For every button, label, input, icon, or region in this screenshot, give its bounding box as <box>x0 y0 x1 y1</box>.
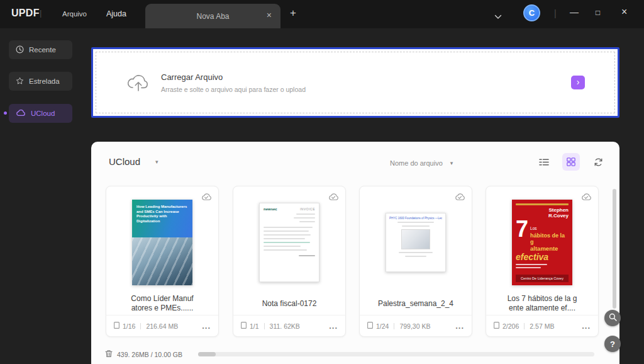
file-card-footer: 1/16 216.64 MB ... <box>106 315 218 336</box>
search-button[interactable] <box>604 310 621 326</box>
file-title: Los 7 hábitos de la gente altamente ef..… <box>491 292 593 315</box>
more-options-button[interactable]: ... <box>455 324 464 327</box>
file-card-manufacturing[interactable]: How Leading Manufacturers and SMEs Can I… <box>106 186 219 337</box>
file-card-footer: 1/24 799,30 KB ... <box>360 315 472 336</box>
upload-next-button[interactable]: › <box>571 76 585 89</box>
list-view-button[interactable] <box>535 153 553 171</box>
vertical-scrollbar[interactable] <box>613 189 616 309</box>
sidebar-item-ucloud[interactable]: UCloud <box>9 104 72 123</box>
file-card-seven-habits[interactable]: Stephen R.Covey 7 Los hábitos de la g al… <box>486 186 599 337</box>
refresh-button[interactable] <box>589 153 607 171</box>
grid-view-button[interactable] <box>562 153 580 171</box>
clock-icon <box>16 45 24 55</box>
star-icon <box>16 77 24 86</box>
storage-icon <box>105 350 113 359</box>
cover-accent-bar <box>516 203 569 205</box>
source-dropdown[interactable]: UCloud ▾ <box>109 156 158 167</box>
avatar[interactable]: C <box>523 4 540 21</box>
thumbnail: Stephen R.Covey 7 Los hábitos de la g al… <box>486 195 598 290</box>
sort-label: Nome do arquivo <box>390 159 443 167</box>
footer-divider <box>524 323 525 329</box>
thumbnail: PHYC 1600 Foundations of Physics —Lectur… <box>360 195 472 290</box>
cloud-upload-icon <box>126 71 151 94</box>
chevron-down-icon: ▾ <box>155 159 158 165</box>
sidebar-item-recent[interactable]: Recente <box>9 40 72 59</box>
file-size: 799,30 KB <box>399 322 430 330</box>
titlebar-divider: | <box>554 8 557 18</box>
close-button[interactable]: × <box>621 6 627 18</box>
sort-dropdown[interactable]: Nome do arquivo ▾ <box>390 159 453 167</box>
more-options-button[interactable]: ... <box>582 324 591 327</box>
upload-dropzone[interactable]: Carregar Arquivo Arraste e solte o arqui… <box>91 47 619 118</box>
main-content: Carregar Arquivo Arraste e solte o arqui… <box>82 28 644 364</box>
footer-divider <box>140 323 141 329</box>
lecture-header: PHYC 1600 Foundations of Physics —Lectur… <box>389 217 442 220</box>
invoice-heading: INVOICE <box>300 207 315 211</box>
file-title: Como Líder Manufatores e PMEs...... <box>111 292 213 315</box>
file-size: 311. 62KB <box>270 322 300 330</box>
sidebar: Recente Estrelada UCloud <box>0 28 82 364</box>
titlebar: UPDF | Arquivo Ajuda Nova Aba × + C | — … <box>0 0 644 28</box>
file-card-footer: 1/1 311. 62KB ... <box>233 315 345 336</box>
book-banner: Centro De Liderança Covey <box>516 275 569 282</box>
file-size: 216.64 MB <box>146 322 178 330</box>
storage-text: 439. 26MB / 10.00 GB <box>117 351 182 358</box>
book-title-word: efectiva <box>516 252 569 262</box>
page-count: 1/24 <box>376 322 389 330</box>
page-count: 1/16 <box>123 322 135 330</box>
more-options-button[interactable]: ... <box>202 324 211 327</box>
page-count: 2/206 <box>502 322 519 330</box>
file-title: Palestra_semana_2_4 <box>365 292 467 315</box>
lecture-figure <box>401 229 430 249</box>
file-browser-panel: UCloud ▾ Nome do arquivo ▾ How Leading M… <box>91 142 619 364</box>
storage-progress-fill <box>198 352 216 356</box>
more-options-button[interactable]: ... <box>329 324 338 327</box>
upload-subtitle: Arraste e solte o arquivo aqui para faze… <box>161 86 306 93</box>
file-card-invoice[interactable]: newsec INVOICE Nota fisca <box>233 186 346 337</box>
search-icon <box>609 312 617 324</box>
tab-nova-aba[interactable]: Nova Aba × <box>145 4 280 28</box>
chevron-down-icon: ▾ <box>450 160 453 166</box>
footer-divider <box>394 323 394 329</box>
cover-photo <box>132 237 192 285</box>
chevron-down-icon[interactable] <box>494 11 502 22</box>
sidebar-item-label: UCloud <box>31 110 55 117</box>
file-title: Nota fiscal-0172 <box>238 292 340 315</box>
sidebar-item-label: Recente <box>29 46 56 54</box>
file-card-lecture[interactable]: PHYC 1600 Foundations of Physics —Lectur… <box>359 186 472 337</box>
new-tab-button[interactable]: + <box>290 7 296 20</box>
storage-progress-bar <box>198 352 594 356</box>
sidebar-item-starred[interactable]: Estrelada <box>9 72 72 91</box>
active-indicator-dot <box>4 111 7 115</box>
maximize-button[interactable]: □ <box>596 8 600 17</box>
storage-usage: 439. 26MB / 10.00 GB <box>105 350 182 359</box>
file-card-footer: 2/206 2.57 MB ... <box>486 315 598 336</box>
logo-divider: | <box>40 8 42 18</box>
tab-title: Nova Aba <box>196 12 229 21</box>
cloud-icon <box>16 109 26 118</box>
minimize-button[interactable]: — <box>570 7 579 17</box>
file-size: 2.57 MB <box>530 322 554 330</box>
page-icon <box>114 322 119 330</box>
book-big-seven: 7 <box>516 219 528 252</box>
page-icon <box>494 322 499 330</box>
help-button[interactable]: ? <box>604 336 621 352</box>
thumbnail: How Leading Manufacturers and SMEs Can I… <box>106 195 218 290</box>
menu-file[interactable]: Arquivo <box>62 10 87 18</box>
page-icon <box>241 322 247 330</box>
source-label: UCloud <box>109 156 140 167</box>
tab-close-icon[interactable]: × <box>267 10 272 20</box>
app-logo: UPDF <box>11 8 40 19</box>
page-count: 1/1 <box>250 322 259 330</box>
invoice-logo: newsec <box>264 207 277 211</box>
thumbnail: newsec INVOICE <box>233 195 345 290</box>
page-icon <box>367 322 373 330</box>
upload-title: Carregar Arquivo <box>161 72 306 82</box>
sidebar-item-label: Estrelada <box>29 77 60 85</box>
footer-divider <box>264 323 265 329</box>
cover-title: How Leading Manufacturers and SMEs Can I… <box>132 200 192 224</box>
menu-help[interactable]: Ajuda <box>106 9 126 18</box>
